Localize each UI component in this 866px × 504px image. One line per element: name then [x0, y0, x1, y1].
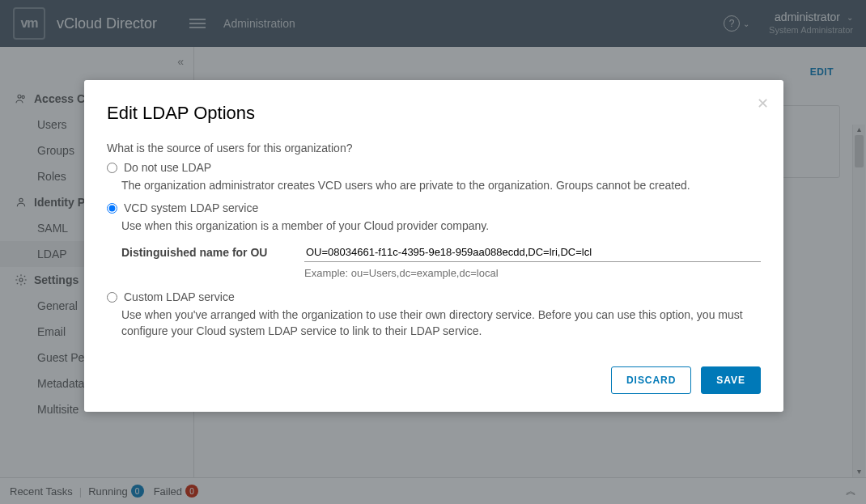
- ou-input[interactable]: [304, 243, 761, 262]
- save-button[interactable]: SAVE: [701, 366, 761, 394]
- modal-actions: DISCARD SAVE: [107, 366, 761, 394]
- edit-ldap-modal: Edit LDAP Options ✕ What is the source o…: [84, 80, 783, 412]
- radio-option-custom-ldap[interactable]: Custom LDAP service: [107, 290, 761, 303]
- ou-field-label: Distinguished name for OU: [121, 246, 304, 259]
- radio-label: VCD system LDAP service: [124, 201, 258, 214]
- radio-no-ldap-desc: The organization administrator creates V…: [121, 177, 761, 193]
- radio-label: Custom LDAP service: [124, 290, 235, 303]
- ou-example-text: Example: ou=Users,dc=example,dc=local: [304, 267, 761, 279]
- radio-option-system-ldap[interactable]: VCD system LDAP service: [107, 201, 761, 214]
- radio-system-ldap-desc: Use when this organization is a member o…: [121, 218, 761, 234]
- radio-label: Do not use LDAP: [124, 161, 211, 174]
- radio-system-ldap[interactable]: [107, 203, 117, 214]
- radio-custom-ldap-desc: Use when you've arranged with the organi…: [121, 307, 761, 340]
- ou-field-row: Distinguished name for OU: [121, 243, 761, 262]
- radio-no-ldap[interactable]: [107, 163, 117, 173]
- modal-question: What is the source of users for this org…: [107, 142, 761, 155]
- radio-option-no-ldap[interactable]: Do not use LDAP: [107, 161, 761, 174]
- close-icon[interactable]: ✕: [757, 95, 769, 112]
- radio-custom-ldap[interactable]: [107, 292, 117, 303]
- modal-title: Edit LDAP Options: [107, 103, 761, 124]
- discard-button[interactable]: DISCARD: [611, 366, 691, 394]
